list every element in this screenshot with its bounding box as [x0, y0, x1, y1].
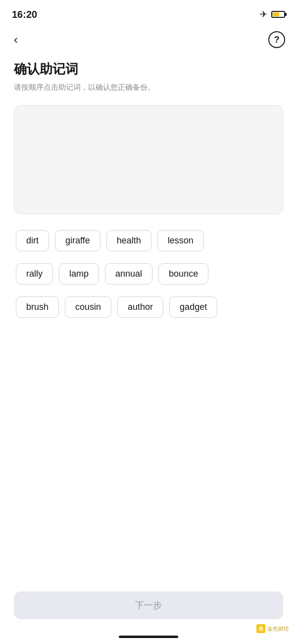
word-row-1: dirt giraffe health lesson — [16, 230, 204, 251]
word-chip-health[interactable]: health — [106, 230, 151, 251]
word-chip-annual[interactable]: annual — [105, 263, 152, 285]
word-chip-lamp[interactable]: lamp — [59, 263, 99, 285]
home-indicator — [119, 636, 178, 638]
back-button[interactable]: ‹ — [12, 32, 20, 48]
page-content: 确认助记词 请按顺序点击助记词，以确认您正确备份。 dirt giraffe h… — [0, 53, 297, 334]
word-chip-gadget[interactable]: gadget — [169, 296, 217, 318]
word-chip-rally[interactable]: rally — [16, 263, 53, 285]
word-chip-cousin[interactable]: cousin — [65, 296, 111, 318]
word-chip-giraffe[interactable]: giraffe — [55, 230, 100, 251]
page-title: 确认助记词 — [14, 60, 283, 78]
battery-fill — [273, 12, 279, 16]
watermark-text: 金色财经 — [267, 625, 289, 633]
word-row-2: rally lamp annual bounce — [16, 263, 208, 285]
page-subtitle: 请按顺序点击助记词，以确认您正确备份。 — [14, 82, 283, 93]
next-button[interactable]: 下一步 — [14, 591, 283, 619]
word-chip-lesson[interactable]: lesson — [157, 230, 204, 251]
word-chip-brush[interactable]: brush — [16, 296, 59, 318]
airplane-icon: ✈ — [260, 9, 267, 20]
word-chip-bounce[interactable]: bounce — [158, 263, 208, 285]
nav-bar: ‹ ? — [0, 27, 297, 53]
watermark: 金 金色财经 — [256, 624, 289, 633]
word-chip-dirt[interactable]: dirt — [16, 230, 49, 251]
status-time: 16:20 — [12, 9, 37, 20]
status-icons: ✈ — [260, 9, 285, 20]
word-row-4: gadget — [169, 296, 217, 318]
help-button[interactable]: ? — [268, 31, 285, 48]
watermark-logo: 金 — [256, 624, 265, 633]
status-bar: 16:20 ✈ — [0, 0, 297, 27]
word-row-3: brush cousin author — [16, 296, 163, 318]
battery-body — [271, 11, 285, 18]
battery-icon — [271, 11, 285, 18]
mnemonic-display-area — [14, 105, 283, 214]
word-chip-author[interactable]: author — [117, 296, 163, 318]
words-grid: dirt giraffe health lesson rally lamp an… — [14, 228, 283, 326]
